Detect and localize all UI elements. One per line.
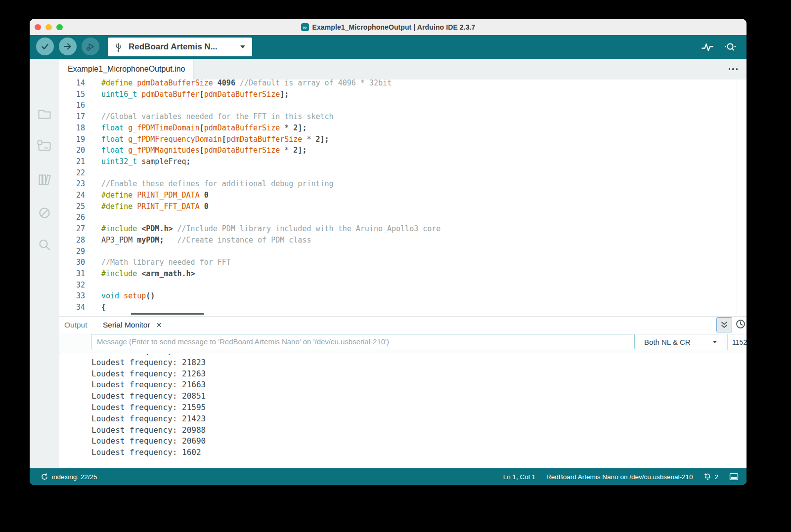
editor-tabbar: Example1_MicrophoneOutput.ino (59, 59, 747, 80)
serial-message-input[interactable] (91, 334, 635, 349)
toggle-timestamp-button[interactable] (735, 319, 746, 329)
chevron-down-icon (240, 45, 245, 48)
notification-count: 2 (714, 473, 718, 481)
indexing-status: indexing: 22/25 (30, 473, 97, 481)
chevron-down-icon (713, 341, 717, 343)
tab-sketch-file[interactable]: Example1_MicrophoneOutput.ino (59, 59, 194, 80)
arduino-app-icon: ∞ (301, 23, 309, 31)
cursor-position[interactable]: Ln 1, Col 1 (503, 473, 535, 481)
sidebar-item-search[interactable] (37, 237, 52, 253)
check-icon (40, 41, 50, 52)
serial-plotter-button[interactable] (701, 41, 714, 54)
line-ending-select[interactable]: Both NL & CR (638, 334, 724, 350)
toolbar: RedBoard Artemis N... (30, 35, 747, 59)
sidebar-item-library-manager[interactable] (37, 172, 52, 188)
tab-label: Example1_MicrophoneOutput.ino (68, 65, 185, 74)
notifications-button[interactable]: 2 (703, 473, 718, 481)
board-port-status[interactable]: RedBoard Artemis Nano on /dev/cu.usbseri… (546, 473, 693, 481)
sidebar-item-sketchbook[interactable] (37, 106, 52, 122)
sidebar-item-debug[interactable] (37, 205, 52, 221)
bottom-panel-tabbar: Output Serial Monitor ✕ (59, 316, 747, 333)
code-editor[interactable]: 1415161718192021222324252627282930313233… (59, 78, 747, 316)
panel-tab-output[interactable]: Output (64, 317, 88, 333)
ellipsis-icon (729, 68, 730, 70)
screen: ∞ Example1_MicrophoneOutput | Arduino ID… (0, 0, 791, 532)
serial-plotter-icon (701, 41, 714, 54)
debug-button[interactable] (82, 38, 99, 55)
close-serial-monitor-button[interactable]: ✕ (156, 321, 162, 329)
serial-output-lines: Loudest frequency:Loudest frequency: 218… (59, 354, 747, 458)
editor-hscrollbar-thumb[interactable] (131, 313, 204, 315)
usb-icon (115, 42, 122, 52)
window-title: Example1_MicrophoneOutput | Arduino IDE … (312, 23, 476, 31)
serial-monitor-tab-label: Serial Monitor (103, 321, 150, 329)
sync-icon (41, 473, 48, 481)
board-selector[interactable]: RedBoard Artemis N... (108, 38, 252, 56)
arrow-right-icon (62, 41, 73, 52)
statusbar-right: Ln 1, Col 1 RedBoard Artemis Nano on /de… (503, 473, 747, 481)
board-selector-label: RedBoard Artemis N... (129, 42, 234, 52)
clock-icon (735, 319, 746, 329)
panel-tab-serial-monitor[interactable]: Serial Monitor ✕ (103, 317, 162, 333)
baud-rate-select[interactable]: 115200 baud (727, 334, 747, 350)
toggle-panel-icon[interactable] (729, 473, 739, 481)
debug-disabled-icon (37, 205, 52, 221)
bell-icon (703, 473, 712, 481)
activity-sidebar (30, 59, 60, 468)
editor-vscrollbar[interactable] (737, 80, 737, 316)
sidebar-item-boards-manager[interactable] (37, 138, 52, 154)
upload-button[interactable] (59, 38, 77, 55)
books-icon (37, 172, 52, 188)
toggle-autoscroll-button[interactable] (716, 317, 732, 332)
more-actions-button[interactable] (727, 66, 740, 73)
statusbar: indexing: 22/25 Ln 1, Col 1 RedBoard Art… (30, 468, 747, 485)
serial-input-row: Both NL & CR 115200 baud (59, 333, 747, 353)
debug-icon (85, 41, 96, 52)
serial-monitor-button[interactable] (724, 41, 737, 54)
window-title-group: ∞ Example1_MicrophoneOutput | Arduino ID… (30, 19, 747, 35)
search-icon (37, 237, 52, 253)
serial-output: Loudest frequency:Loudest frequency: 218… (59, 354, 747, 468)
board-icon (37, 138, 52, 154)
verify-button[interactable] (36, 38, 54, 55)
baud-rate-value: 115200 baud (732, 338, 747, 346)
titlebar: ∞ Example1_MicrophoneOutput | Arduino ID… (30, 19, 747, 36)
double-chevron-down-icon (719, 320, 729, 330)
editor-gutter: 1415161718192021222324252627282930313233… (59, 78, 85, 313)
arduino-ide-window: ∞ Example1_MicrophoneOutput | Arduino ID… (30, 19, 747, 485)
editor-code[interactable]: #define pdmDataBufferSize 4096 //Default… (101, 78, 732, 313)
line-ending-value: Both NL & CR (644, 338, 691, 346)
serial-monitor-icon (724, 41, 737, 54)
folder-icon (37, 106, 52, 122)
indexing-text: indexing: 22/25 (52, 473, 97, 481)
